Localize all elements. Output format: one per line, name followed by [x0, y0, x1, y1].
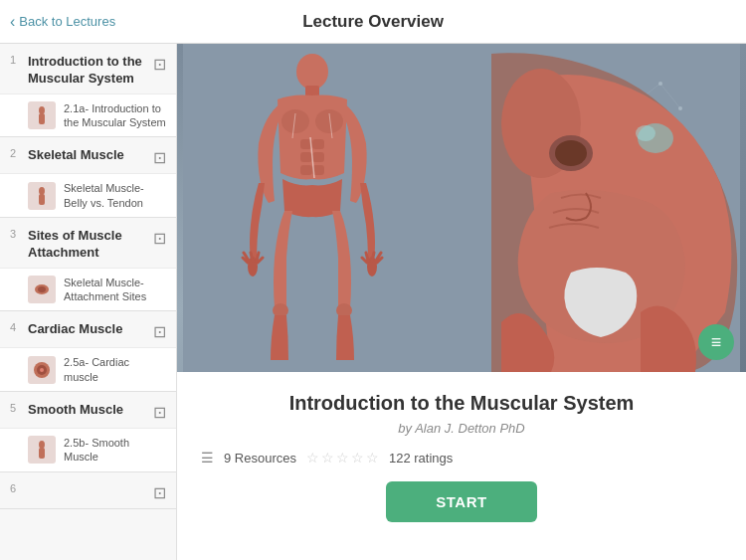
svg-rect-35	[312, 139, 324, 149]
star-rating: ☆ ☆ ☆ ☆ ☆	[306, 450, 379, 466]
lesson-label-5-1: 2.5b- Smooth Muscle	[64, 436, 166, 465]
resources-icon: ☰	[201, 450, 214, 466]
svg-point-32	[281, 109, 309, 133]
lesson-item-2-1[interactable]: Skeletal Muscle- Belly vs. Tendon	[0, 173, 176, 217]
sidebar-section-header-2[interactable]: 2 Skeletal Muscle ⊡	[0, 137, 176, 173]
start-button[interactable]: START	[386, 481, 537, 522]
lesson-thumb-1-1	[28, 101, 56, 129]
back-label: Back to Lectures	[19, 14, 115, 29]
sidebar-section-1: 1 Introduction to the Muscular System ⊡ …	[0, 44, 176, 137]
section-title-3: Sites of Muscle Attachment	[28, 228, 153, 262]
monitor-icon-3: ⊡	[153, 229, 166, 248]
sidebar: 1 Introduction to the Muscular System ⊡ …	[0, 44, 177, 560]
svg-point-30	[296, 54, 328, 90]
sidebar-section-header-1[interactable]: 1 Introduction to the Muscular System ⊡	[0, 44, 176, 93]
monitor-icon-1: ⊡	[153, 55, 166, 74]
lesson-label-1-1: 2.1a- Introduction to the Muscular Syste…	[64, 101, 166, 130]
svg-rect-3	[39, 194, 45, 205]
svg-point-0	[39, 106, 45, 114]
sidebar-section-header-4[interactable]: 4 Cardiac Muscle ⊡	[0, 311, 176, 347]
main-layout: 1 Introduction to the Muscular System ⊡ …	[0, 44, 746, 560]
lesson-item-5-1[interactable]: 2.5b- Smooth Muscle	[0, 428, 176, 471]
svg-point-2	[39, 187, 45, 195]
svg-rect-38	[300, 165, 312, 175]
star-1: ☆	[306, 450, 319, 466]
section-num-2: 2	[10, 147, 22, 159]
sidebar-section-4: 4 Cardiac Muscle ⊡ 2.5a- Cardiac muscle	[0, 311, 176, 392]
svg-point-9	[39, 441, 45, 449]
author-label: by Alan J. Detton PhD	[201, 421, 722, 436]
svg-point-51	[636, 125, 655, 141]
sidebar-section-header-5[interactable]: 5 Smooth Muscle ⊡	[0, 392, 176, 428]
star-2: ☆	[321, 450, 334, 466]
star-5: ☆	[366, 450, 379, 466]
svg-point-8	[40, 368, 44, 372]
star-4: ☆	[351, 450, 364, 466]
monitor-icon-6: ⊡	[153, 483, 166, 502]
lesson-label-2-1: Skeletal Muscle- Belly vs. Tendon	[64, 181, 166, 210]
star-3: ☆	[336, 450, 349, 466]
sidebar-section-header-6[interactable]: 6 ⊡	[0, 472, 176, 508]
lesson-thumb-4-1	[28, 356, 56, 384]
section-title-1: Introduction to the Muscular System	[28, 54, 153, 88]
sidebar-section-5: 5 Smooth Muscle ⊡ 2.5b- Smooth Muscle	[0, 392, 176, 472]
info-badge[interactable]: ≡	[698, 324, 734, 360]
monitor-icon-4: ⊡	[153, 322, 166, 341]
svg-rect-36	[300, 152, 312, 162]
ratings-count: 122 ratings	[389, 451, 453, 466]
lesson-item-3-1[interactable]: Skeletal Muscle- Attachment Sites	[0, 268, 176, 311]
section-num-5: 5	[10, 402, 22, 414]
monitor-icon-2: ⊡	[153, 148, 166, 167]
svg-rect-1	[39, 113, 45, 124]
content-area: ≡ Introduction to the Muscular System by…	[177, 44, 746, 560]
lesson-label-3-1: Skeletal Muscle- Attachment Sites	[64, 276, 166, 304]
svg-point-42	[273, 303, 288, 317]
section-num-3: 3	[10, 228, 22, 240]
hero-illustration	[177, 44, 746, 372]
section-title-5: Smooth Muscle	[28, 402, 123, 419]
section-num-1: 1	[10, 54, 22, 66]
svg-rect-37	[312, 152, 324, 162]
sidebar-section-header-3[interactable]: 3 Sites of Muscle Attachment ⊡	[0, 218, 176, 268]
resources-count: 9 Resources	[224, 451, 296, 466]
hero-image: ≡	[177, 44, 746, 372]
section-title-4: Cardiac Muscle	[28, 321, 122, 338]
svg-point-5	[38, 286, 46, 292]
svg-point-43	[336, 303, 352, 317]
meta-row: ☰ 9 Resources ☆ ☆ ☆ ☆ ☆ 122 ratings	[201, 450, 722, 466]
chevron-left-icon: ‹	[10, 13, 15, 31]
sidebar-section-6: 6 ⊡	[0, 472, 176, 509]
svg-point-49	[555, 140, 587, 166]
monitor-icon-5: ⊡	[153, 403, 166, 422]
sidebar-section-2: 2 Skeletal Muscle ⊡ Skeletal Muscle- Bel…	[0, 137, 176, 218]
page-title: Lecture Overview	[302, 12, 444, 32]
section-num-6: 6	[10, 482, 22, 494]
sidebar-section-3: 3 Sites of Muscle Attachment ⊡ Skeletal …	[0, 218, 176, 311]
lesson-thumb-3-1	[28, 276, 56, 303]
header: ‹ Back to Lectures Lecture Overview	[0, 0, 746, 44]
info-panel: Introduction to the Muscular System by A…	[177, 372, 746, 560]
section-num-4: 4	[10, 321, 22, 333]
section-title-2: Skeletal Muscle	[28, 147, 124, 164]
lesson-thumb-2-1	[28, 182, 56, 210]
lesson-item-1-1[interactable]: 2.1a- Introduction to the Muscular Syste…	[0, 93, 176, 137]
lecture-title: Introduction to the Muscular System	[201, 392, 722, 415]
lesson-label-4-1: 2.5a- Cardiac muscle	[64, 355, 166, 384]
svg-point-33	[315, 109, 343, 133]
svg-rect-10	[39, 448, 45, 459]
back-button[interactable]: ‹ Back to Lectures	[10, 13, 115, 31]
info-icon: ≡	[711, 332, 722, 353]
lesson-item-4-1[interactable]: 2.5a- Cardiac muscle	[0, 347, 176, 391]
lesson-thumb-5-1	[28, 436, 56, 464]
